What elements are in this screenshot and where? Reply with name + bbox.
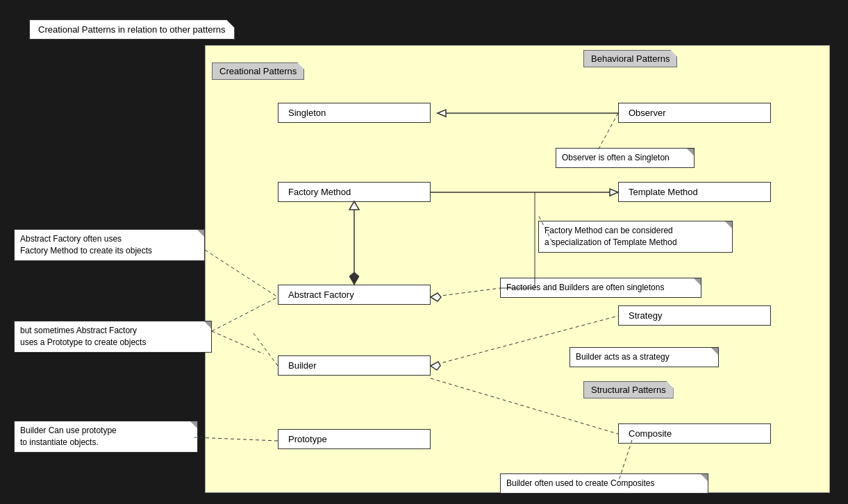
behavioral-header: Behavioral Patterns (583, 50, 677, 67)
singleton-label: Singleton (288, 108, 326, 118)
note-builder-composites: Builder often used to create Composites (500, 473, 708, 494)
note-observer-singleton-text: Observer is often a Singleton (562, 153, 670, 162)
note-abstract-factory-uses-factory-text: Abstract Factory often uses Factory Meth… (20, 234, 152, 255)
strategy-box: Strategy (618, 305, 771, 326)
behavioral-label: Behavioral Patterns (591, 53, 670, 64)
factory-method-box: Factory Method (278, 182, 431, 202)
abstract-factory-box: Abstract Factory (278, 285, 431, 305)
observer-label: Observer (629, 108, 665, 118)
note-builder-composites-text: Builder often used to create Composites (506, 478, 654, 488)
creational-label: Creational Patterns (219, 66, 297, 76)
factory-method-label: Factory Method (288, 187, 351, 197)
main-container: Creational Patterns in relation to other… (0, 0, 848, 504)
observer-box: Observer (618, 103, 771, 123)
structural-label: Structural Patterns (591, 385, 666, 395)
title-box: Creational Patterns in relation to other… (29, 19, 235, 40)
creational-header: Creational Patterns (212, 62, 304, 80)
note-builder-strategy: Builder acts as a strategy (570, 347, 719, 367)
composite-label: Composite (629, 428, 672, 439)
structural-header: Structural Patterns (583, 381, 674, 398)
template-method-box: Template Method (618, 182, 771, 202)
abstract-factory-label: Abstract Factory (288, 289, 354, 300)
note-abstract-factory-uses-factory: Abstract Factory often uses Factory Meth… (14, 229, 205, 261)
template-method-label: Template Method (629, 187, 698, 197)
prototype-label: Prototype (288, 434, 327, 444)
note-builder-prototype-text: Builder Can use prototype to instantiate… (20, 426, 117, 447)
note-abstract-factory-uses-prototype-text: but sometimes Abstract Factory uses a Pr… (20, 326, 146, 347)
note-builder-prototype: Builder Can use prototype to instantiate… (14, 421, 198, 453)
note-abstract-factory-uses-prototype: but sometimes Abstract Factory uses a Pr… (14, 321, 212, 353)
note-builder-strategy-text: Builder acts as a strategy (576, 352, 670, 362)
builder-label: Builder (288, 360, 316, 371)
prototype-box: Prototype (278, 429, 431, 449)
title-text: Creational Patterns in relation to other… (38, 24, 226, 35)
singleton-box: Singleton (278, 103, 431, 123)
builder-box: Builder (278, 355, 431, 376)
note-factory-specialization: Factory Method can be considered a speci… (538, 221, 733, 253)
note-observer-singleton: Observer is often a Singleton (556, 148, 695, 168)
note-factory-specialization-text: Factory Method can be considered a speci… (544, 226, 677, 247)
composite-box: Composite (618, 423, 771, 444)
note-factories-singletons-text: Factories and Builders are often singlet… (506, 283, 664, 292)
note-factories-singletons: Factories and Builders are often singlet… (500, 278, 701, 298)
strategy-label: Strategy (629, 310, 662, 321)
